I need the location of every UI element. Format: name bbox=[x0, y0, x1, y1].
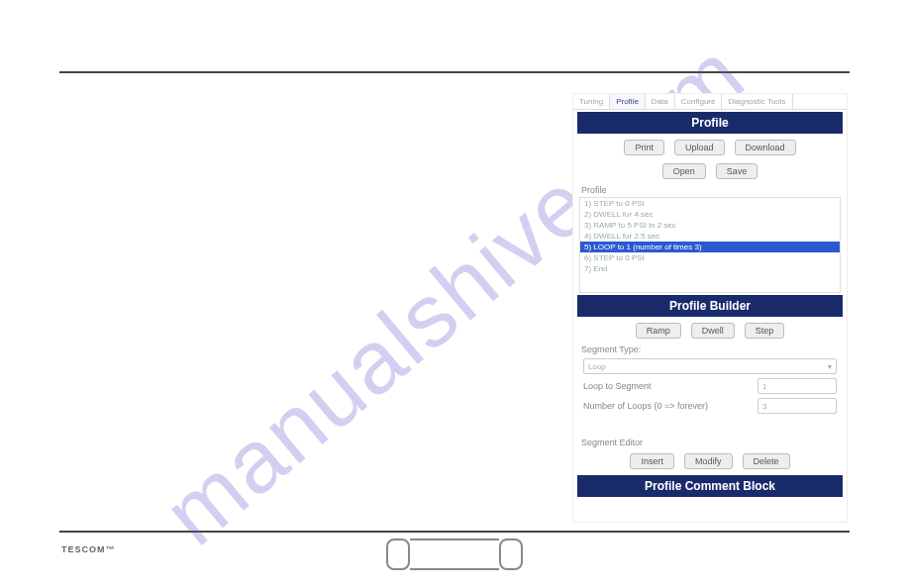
delete-button[interactable]: Delete bbox=[743, 453, 790, 469]
modify-button[interactable]: Modify bbox=[684, 453, 733, 469]
profile-steps-list[interactable]: 1) STEP to 0 PSI 2) DWELL for 4 sec 3) R… bbox=[579, 197, 841, 293]
loop-to-field: Loop to Segment 1 bbox=[573, 376, 847, 396]
logo-text: TESCOM bbox=[61, 544, 106, 554]
editor-row: Insert Modify Delete bbox=[573, 449, 847, 473]
list-item[interactable]: 7) End bbox=[580, 263, 840, 274]
profile-header: Profile bbox=[577, 112, 843, 134]
tab-configure[interactable]: Configure bbox=[675, 94, 723, 109]
profile-io-row: Print Upload Download bbox=[573, 136, 847, 159]
comment-header: Profile Comment Block bbox=[577, 475, 843, 497]
next-page[interactable] bbox=[499, 539, 523, 570]
tab-bar: Tuning Profile Data Configure Diagnostic… bbox=[573, 94, 847, 110]
profile-file-row: Open Save bbox=[573, 159, 847, 183]
spacer bbox=[573, 416, 847, 436]
profile-label: Profile bbox=[573, 183, 847, 197]
segment-type-select[interactable]: Loop ▾ bbox=[583, 358, 837, 374]
profile-panel: Tuning Profile Data Configure Diagnostic… bbox=[572, 93, 848, 523]
tab-data[interactable]: Data bbox=[646, 94, 675, 109]
list-item[interactable]: 1) STEP to 0 PSI bbox=[580, 198, 840, 209]
brand-logo: TESCOM™ bbox=[61, 543, 116, 564]
builder-row: Ramp Dwell Step bbox=[573, 319, 847, 343]
list-item[interactable]: 3) RAMP to 5 PSI in 2 sec bbox=[580, 220, 840, 231]
chevron-down-icon: ▾ bbox=[828, 362, 832, 371]
top-rule bbox=[59, 71, 850, 73]
save-button[interactable]: Save bbox=[716, 163, 758, 179]
prev-page[interactable] bbox=[386, 539, 410, 570]
open-button[interactable]: Open bbox=[662, 163, 706, 179]
loop-to-label: Loop to Segment bbox=[583, 381, 652, 391]
upload-button[interactable]: Upload bbox=[674, 140, 725, 155]
dwell-button[interactable]: Dwell bbox=[691, 323, 735, 339]
list-item-selected[interactable]: 5) LOOP to 1 (number of times 3) bbox=[580, 242, 840, 252]
print-button[interactable]: Print bbox=[624, 140, 664, 155]
insert-button[interactable]: Insert bbox=[630, 453, 674, 469]
segment-type-label: Segment Type: bbox=[573, 343, 847, 356]
step-button[interactable]: Step bbox=[745, 323, 785, 339]
bottom-rule bbox=[59, 531, 850, 533]
list-item[interactable]: 6) STEP to 0 PSI bbox=[580, 252, 840, 263]
download-button[interactable]: Download bbox=[735, 140, 796, 155]
builder-header: Profile Builder bbox=[577, 295, 843, 317]
tab-diagnostic[interactable]: Diagnostic Tools bbox=[722, 94, 792, 109]
tab-profile[interactable]: Profile bbox=[610, 94, 646, 109]
num-loops-label: Number of Loops (0 => forever) bbox=[583, 401, 708, 411]
select-value: Loop bbox=[588, 362, 606, 371]
page-indicator bbox=[410, 539, 499, 570]
num-loops-field: Number of Loops (0 => forever) 3 bbox=[573, 396, 847, 416]
list-item[interactable]: 2) DWELL for 4 sec bbox=[580, 209, 840, 220]
loop-to-input[interactable]: 1 bbox=[758, 378, 837, 394]
page-navigator bbox=[386, 539, 523, 570]
segment-editor-label: Segment Editor bbox=[573, 436, 847, 449]
list-item[interactable]: 4) DWELL for 2.5 sec bbox=[580, 231, 840, 242]
ramp-button[interactable]: Ramp bbox=[636, 323, 681, 339]
num-loops-input[interactable]: 3 bbox=[758, 398, 837, 414]
trademark: ™ bbox=[106, 544, 116, 554]
tab-tuning[interactable]: Tuning bbox=[573, 94, 610, 109]
list-spacer bbox=[580, 274, 840, 292]
